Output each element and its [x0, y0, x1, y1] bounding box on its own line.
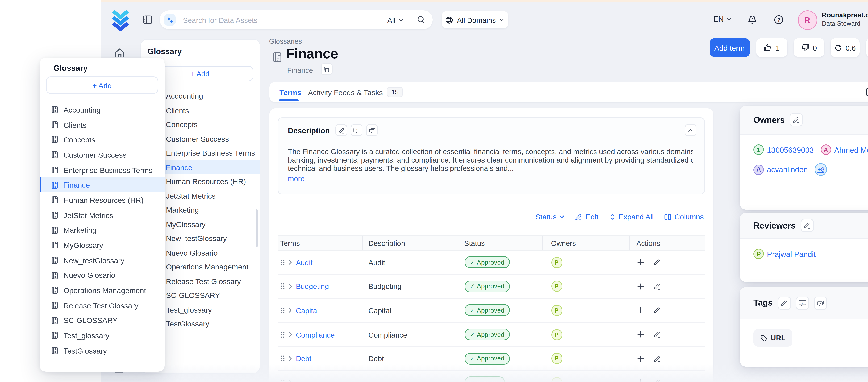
glossary-item[interactable]: Clients: [39, 117, 164, 132]
column-header[interactable]: Owners: [543, 236, 629, 250]
add-child-term-button[interactable]: [637, 331, 644, 338]
drag-handle-icon[interactable]: [280, 331, 285, 338]
expand-row-icon[interactable]: [288, 379, 292, 382]
drag-handle-icon[interactable]: [280, 283, 285, 290]
glossary-item[interactable]: Customer Success: [39, 147, 164, 163]
column-header[interactable]: Actions: [629, 236, 705, 250]
edit-row-icon[interactable]: [653, 355, 661, 362]
glossary-item[interactable]: Release Test Glossary: [39, 298, 164, 313]
global-search-bar[interactable]: All: [159, 10, 432, 29]
ai-sparkle-icon[interactable]: [163, 14, 175, 26]
edit-term-button[interactable]: [653, 259, 661, 266]
glossary-item[interactable]: Accounting: [39, 102, 164, 117]
owner-avatar[interactable]: P: [551, 281, 562, 292]
user-link[interactable]: Ahmed Mohamed: [834, 146, 868, 154]
description-more-link[interactable]: more: [288, 174, 305, 183]
search-input[interactable]: [182, 15, 387, 25]
edit-row-icon[interactable]: [653, 306, 661, 314]
add-child-term-icon[interactable]: [637, 355, 644, 362]
drag-handle-icon[interactable]: [280, 355, 285, 362]
expand-row-icon[interactable]: [288, 307, 292, 314]
add-child-term-button[interactable]: [637, 259, 644, 266]
edit-tags-icon[interactable]: [778, 296, 791, 310]
edit-term-button[interactable]: [653, 331, 661, 338]
add-child-term-button[interactable]: [637, 283, 644, 290]
help-icon[interactable]: ?: [773, 14, 784, 25]
edit-row-icon[interactable]: [653, 379, 661, 382]
column-header[interactable]: Description: [363, 236, 456, 250]
glossary-item[interactable]: New_testGlossary: [39, 253, 164, 268]
column-header[interactable]: Status: [456, 236, 543, 250]
expand-row-icon[interactable]: [288, 283, 292, 290]
tag-chip-url[interactable]: URL: [753, 329, 793, 347]
add-child-term-button[interactable]: [637, 306, 644, 314]
glossary-item[interactable]: MyGlossary: [39, 238, 164, 253]
edit-row-icon[interactable]: [653, 331, 661, 338]
glossary-item[interactable]: Nuevo Glosario: [39, 268, 164, 283]
search-scope-dropdown[interactable]: All: [387, 16, 403, 24]
edit-row-icon[interactable]: [653, 283, 661, 290]
language-dropdown[interactable]: EN: [713, 14, 731, 23]
add-child-term-icon[interactable]: [637, 379, 644, 382]
edit-owners-icon[interactable]: [789, 113, 803, 126]
owner-avatar[interactable]: P: [551, 305, 562, 316]
edit-term-button[interactable]: [653, 306, 661, 314]
columns-button[interactable]: Columns: [664, 212, 704, 221]
expand-all-button[interactable]: Expand All: [609, 212, 654, 221]
term-link[interactable]: Compliance: [296, 330, 335, 339]
request-tags-icon[interactable]: ?: [796, 296, 809, 310]
search-icon[interactable]: [416, 15, 425, 24]
glossary-item[interactable]: Enterprise Business Terms: [39, 163, 164, 177]
collapse-description-icon[interactable]: [684, 124, 696, 136]
glossary-item[interactable]: Human Resources (HR): [39, 193, 164, 208]
upvote-button[interactable]: 1: [756, 38, 787, 57]
term-link[interactable]: Audit: [296, 258, 313, 267]
breadcrumb[interactable]: Glossaries: [269, 37, 302, 45]
owner-avatar[interactable]: P: [551, 353, 562, 364]
more-owners-badge[interactable]: +8: [815, 163, 827, 176]
edit-reviewers-icon[interactable]: [801, 219, 814, 232]
owner-avatar[interactable]: [551, 377, 562, 382]
drag-handle-icon[interactable]: [280, 307, 285, 314]
downvote-button[interactable]: 0: [793, 38, 824, 57]
glossary-item[interactable]: Concepts: [39, 132, 164, 147]
user-link[interactable]: Prajwal Pandit: [767, 250, 816, 258]
user-avatar[interactable]: R: [798, 10, 817, 30]
app-logo-icon[interactable]: [111, 9, 129, 31]
expand-row-icon[interactable]: [288, 259, 292, 265]
glossary-popover-add-button[interactable]: + Add: [46, 77, 158, 94]
request-description-icon[interactable]: ?: [351, 124, 363, 136]
sidebar-toggle-icon[interactable]: [142, 14, 152, 25]
add-child-term-icon[interactable]: [637, 283, 644, 290]
glossary-item[interactable]: Test_glossary: [39, 328, 164, 343]
edit-term-button[interactable]: [653, 355, 661, 362]
glossary-item[interactable]: TestGlossary: [39, 343, 164, 358]
tab-activity-feeds[interactable]: Activity Feeds & Tasks 15: [308, 82, 403, 102]
drag-handle-icon[interactable]: [280, 259, 285, 266]
glossary-item[interactable]: Finance: [39, 177, 164, 193]
column-header[interactable]: Terms: [277, 236, 363, 250]
notifications-bell-icon[interactable]: [747, 14, 758, 25]
all-domains-dropdown[interactable]: All Domains: [441, 11, 508, 28]
owner-avatar[interactable]: P: [551, 329, 562, 340]
edit-row-icon[interactable]: [653, 259, 661, 266]
add-child-term-icon[interactable]: [637, 306, 644, 314]
add-child-term-button[interactable]: [637, 355, 644, 362]
edit-term-button[interactable]: [653, 283, 661, 290]
drag-handle-icon[interactable]: [280, 379, 285, 382]
term-link[interactable]: Debt: [296, 354, 311, 363]
glossary-item[interactable]: JetStat Metrics: [39, 207, 164, 223]
user-link[interactable]: acvanlinden: [767, 165, 808, 174]
nav-scrollbar-thumb[interactable]: [255, 209, 257, 247]
comments-icon[interactable]: [366, 124, 378, 136]
user-link[interactable]: 13005639003: [767, 146, 814, 154]
tag-comments-icon[interactable]: [814, 296, 827, 310]
term-link[interactable]: Budgeting: [296, 282, 329, 291]
tab-terms[interactable]: Terms: [279, 82, 301, 102]
status-filter-dropdown[interactable]: Status: [535, 212, 565, 221]
edit-description-icon[interactable]: [335, 124, 347, 136]
owner-avatar[interactable]: P: [551, 257, 562, 268]
add-term-button[interactable]: Add term: [709, 38, 750, 57]
copy-icon[interactable]: [320, 63, 332, 75]
collapse-right-panel-icon[interactable]: [865, 87, 868, 97]
